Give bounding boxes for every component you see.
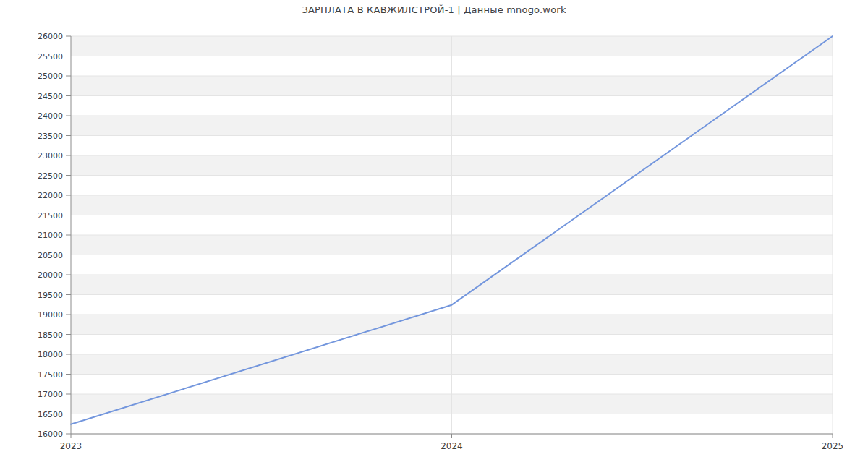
y-tick-label: 17500 (38, 370, 63, 380)
x-tick-label: 2025 (822, 441, 844, 451)
salary-line-chart: 1600016500170001750018000185001900019500… (0, 0, 868, 470)
y-tick-label: 26000 (38, 32, 63, 41)
y-tick-label: 22500 (38, 171, 63, 181)
chart-canvas: ЗАРПЛАТА В КАВЖИЛСТРОЙ-1 | Данные mnogo.… (0, 0, 868, 470)
y-tick-label: 24000 (38, 111, 63, 121)
x-tick-label: 2023 (60, 441, 82, 451)
y-tick-label: 21500 (38, 211, 63, 221)
y-tick-label: 18500 (38, 330, 63, 340)
y-tick-label: 21000 (38, 231, 63, 240)
y-tick-label: 20000 (38, 270, 63, 280)
x-tick-label: 2024 (441, 441, 463, 451)
y-tick-label: 23000 (38, 151, 63, 161)
y-tick-label: 16500 (38, 410, 63, 419)
y-tick-label: 18000 (38, 350, 63, 359)
y-tick-label: 19000 (38, 310, 63, 320)
y-tick-label: 17000 (38, 390, 63, 399)
y-tick-label: 25000 (38, 72, 63, 81)
y-tick-label: 23500 (38, 132, 63, 141)
y-tick-label: 22000 (38, 191, 63, 200)
y-tick-label: 19500 (38, 291, 63, 300)
y-tick-label: 20500 (38, 251, 63, 260)
y-tick-label: 25500 (38, 52, 63, 61)
y-tick-label: 16000 (38, 430, 63, 439)
y-tick-label: 24500 (38, 92, 63, 101)
